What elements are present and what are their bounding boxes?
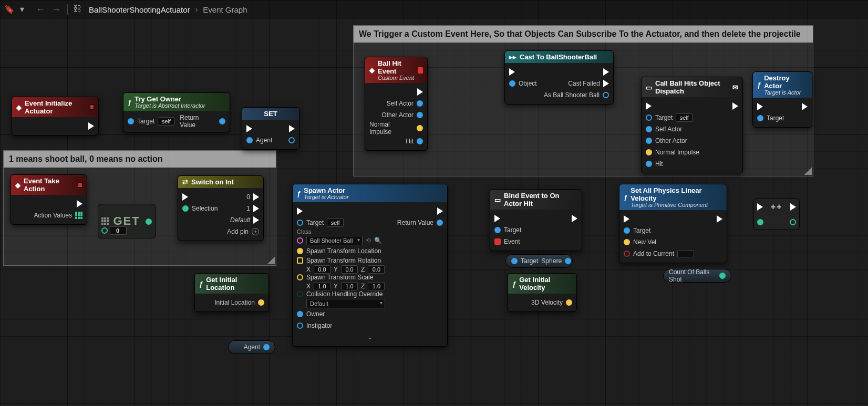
self-value[interactable]: self bbox=[676, 113, 693, 122]
exec-out-pin[interactable] bbox=[572, 215, 577, 222]
add-current-pin[interactable] bbox=[624, 251, 630, 257]
add-pin-label[interactable]: Add pin bbox=[227, 228, 249, 235]
rot-y[interactable]: 0.0 bbox=[341, 265, 358, 274]
node-array-get[interactable]: GET 0 bbox=[98, 204, 156, 238]
breakpoint-icon[interactable] bbox=[90, 105, 94, 110]
exec-in-pin[interactable] bbox=[646, 102, 652, 110]
int-out-pin[interactable] bbox=[790, 219, 796, 225]
rot-x[interactable]: 0.0 bbox=[314, 265, 330, 274]
variable-count-balls-shot[interactable]: Count Of Balls Shot bbox=[663, 269, 731, 283]
exec-in-pin[interactable] bbox=[757, 103, 763, 110]
value-out-pin[interactable] bbox=[146, 218, 152, 225]
search-icon[interactable]: 🔍 bbox=[374, 237, 382, 244]
self-actor-pin[interactable] bbox=[417, 100, 423, 107]
owner-pin[interactable] bbox=[297, 311, 303, 317]
breakpoint-icon[interactable] bbox=[78, 182, 82, 188]
exec-in-pin[interactable] bbox=[494, 215, 500, 222]
exec-out-pin[interactable] bbox=[417, 88, 423, 96]
node-switch-on-int[interactable]: ⇄ Switch on Int 0 Selection 1 Default Ad… bbox=[178, 175, 264, 241]
exec-out-pin[interactable] bbox=[603, 68, 609, 76]
agent-out-pin[interactable] bbox=[288, 137, 295, 143]
node-set-agent[interactable]: SET Agent bbox=[242, 107, 299, 150]
class-pin[interactable] bbox=[297, 237, 303, 244]
node-increment[interactable]: ++ bbox=[753, 199, 800, 230]
node-target-sphere[interactable]: Target Sphere bbox=[505, 254, 573, 268]
exec-in-pin[interactable] bbox=[246, 125, 252, 132]
delegate-out-pin[interactable] bbox=[418, 67, 423, 74]
exec-in-pin[interactable] bbox=[757, 203, 763, 211]
target-pin[interactable] bbox=[494, 227, 501, 233]
collision-pin[interactable] bbox=[297, 291, 303, 297]
node-bind-event[interactable]: ▭ Bind Event to On Actor Hit Target Even… bbox=[490, 189, 582, 251]
self-value[interactable]: self bbox=[327, 218, 344, 227]
exec-in-pin[interactable] bbox=[624, 215, 629, 223]
normal-impulse-pin[interactable] bbox=[646, 149, 652, 155]
target-pin[interactable] bbox=[624, 227, 630, 234]
index-pin[interactable] bbox=[101, 227, 108, 234]
rotation-pin[interactable] bbox=[297, 257, 303, 264]
target-pin[interactable] bbox=[128, 118, 134, 124]
exec-out-pin[interactable] bbox=[77, 200, 82, 207]
exec-in-pin[interactable] bbox=[509, 68, 515, 76]
node-set-velocity[interactable]: ƒ Set All Physics Linear Velocity Target… bbox=[619, 184, 727, 263]
browse-icon[interactable]: ⟲ bbox=[366, 237, 371, 244]
bookmark-icon[interactable]: 🔖 bbox=[4, 4, 15, 15]
self-actor-pin[interactable] bbox=[646, 126, 652, 132]
breadcrumb-parent[interactable]: BallShooterShootingActuator bbox=[89, 5, 190, 14]
add-pin-icon[interactable]: + bbox=[252, 228, 259, 235]
node-get-initial-velocity[interactable]: ƒ Get Initial Velocity 3D Velocity bbox=[508, 273, 577, 312]
velocity-out-pin[interactable] bbox=[566, 299, 572, 306]
object-pin[interactable] bbox=[509, 80, 515, 87]
exec-out-1-pin[interactable] bbox=[253, 205, 259, 212]
chevron-down-icon[interactable]: ▾ bbox=[20, 4, 30, 15]
array-pin[interactable] bbox=[75, 212, 82, 219]
exec-out-pin[interactable] bbox=[289, 125, 295, 132]
node-event-initialize-actuator[interactable]: ◆ Event Initialize Actuator bbox=[12, 97, 99, 136]
scl-x[interactable]: 1.0 bbox=[314, 282, 330, 290]
int-in-pin[interactable] bbox=[757, 219, 763, 225]
selection-pin[interactable] bbox=[182, 205, 189, 212]
sphere-out-pin[interactable] bbox=[565, 258, 571, 264]
node-spawn-actor[interactable]: ƒ Spawn Actor Target is Actuator Target … bbox=[292, 184, 448, 347]
agent-out-pin[interactable] bbox=[263, 344, 270, 350]
instigator-pin[interactable] bbox=[297, 322, 303, 329]
bool-checkbox[interactable] bbox=[677, 250, 694, 257]
scale-pin[interactable] bbox=[297, 274, 303, 280]
node-ball-hit-event[interactable]: ◆ Ball Hit Event Custom Event Self Actor… bbox=[365, 57, 428, 151]
target-in-pin[interactable] bbox=[511, 258, 518, 264]
agent-in-pin[interactable] bbox=[246, 137, 253, 143]
count-out-pin[interactable] bbox=[719, 273, 726, 279]
exec-out-pin[interactable] bbox=[88, 122, 94, 130]
exec-out-pin[interactable] bbox=[790, 203, 796, 211]
exec-out-pin[interactable] bbox=[437, 207, 443, 215]
back-icon[interactable]: ← bbox=[36, 4, 46, 15]
other-actor-pin[interactable] bbox=[646, 138, 652, 144]
event-pin[interactable] bbox=[494, 238, 501, 245]
class-selector[interactable]: Ball Shooter Ball bbox=[306, 236, 363, 245]
exec-out-pin[interactable] bbox=[802, 103, 808, 110]
node-try-get-owner[interactable]: ƒ Try Get Owner Target is Abstract Inter… bbox=[123, 92, 230, 132]
location-pin[interactable] bbox=[297, 248, 303, 254]
exec-in-pin[interactable] bbox=[182, 193, 188, 201]
exec-out-pin[interactable] bbox=[717, 215, 722, 223]
target-pin[interactable] bbox=[646, 114, 652, 121]
node-get-initial-location[interactable]: ƒ Get Initial Location Initial Location bbox=[194, 273, 269, 312]
collision-selector[interactable]: Default bbox=[306, 299, 385, 308]
new-vel-pin[interactable] bbox=[624, 239, 630, 245]
rot-z[interactable]: 0.0 bbox=[368, 265, 385, 274]
as-ball-pin[interactable] bbox=[603, 92, 609, 98]
node-destroy-actor[interactable]: ƒ Destroy Actor Target is Actor Target bbox=[752, 71, 812, 128]
exec-out-pin[interactable] bbox=[732, 102, 738, 110]
scl-z[interactable]: 1.0 bbox=[368, 282, 385, 290]
resize-handle-icon[interactable] bbox=[804, 168, 812, 175]
location-out-pin[interactable] bbox=[258, 299, 264, 306]
return-pin[interactable] bbox=[437, 220, 443, 226]
exec-in-pin[interactable] bbox=[297, 207, 303, 215]
node-event-take-action[interactable]: ◆ Event Take Action Action Values bbox=[11, 174, 87, 225]
hit-pin[interactable] bbox=[646, 161, 652, 167]
comment-title[interactable]: We Trigger a Custom Event Here, So that … bbox=[354, 26, 813, 43]
self-value[interactable]: self bbox=[158, 117, 174, 126]
array-in-pin[interactable] bbox=[101, 217, 109, 225]
scl-y[interactable]: 1.0 bbox=[341, 282, 358, 290]
variable-agent[interactable]: Agent bbox=[228, 340, 275, 354]
